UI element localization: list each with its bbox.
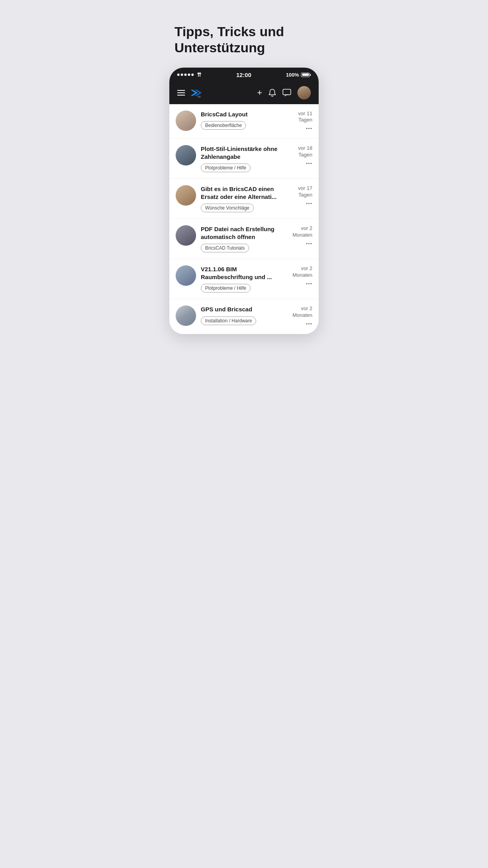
phone-frame: ⇈ 12:00 100%: [169, 68, 319, 335]
header-right: +: [257, 86, 311, 99]
status-bar: ⇈ 12:00 100%: [169, 68, 319, 81]
item-content: PDF Datei nach Erstellung automatisch öf…: [201, 225, 284, 252]
item-meta: vor 11Tagen ···: [289, 110, 312, 132]
item-time: vor 2Monaten: [292, 225, 312, 239]
signal-dot-1: [177, 74, 180, 76]
item-avatar: [176, 110, 196, 131]
item-title: Plott-Stil-Linienstärke ohne Zahlenangab…: [201, 145, 284, 160]
item-tag[interactable]: Installation / Hardware: [201, 316, 256, 325]
item-more-button[interactable]: ···: [306, 200, 312, 207]
signal-dot-4: [188, 74, 190, 76]
item-avatar: [176, 265, 196, 286]
item-tag[interactable]: Plotprobleme / Hilfe: [201, 164, 251, 172]
add-button[interactable]: +: [257, 88, 262, 98]
app-header: DE +: [169, 81, 319, 104]
item-title: V21.1.06 BIM Raumbeschriftung und ...: [201, 265, 284, 281]
item-tag[interactable]: Wünsche Vorschläge: [201, 204, 254, 212]
item-title: GPS und Bricscad: [201, 305, 284, 313]
battery-percent: 100%: [286, 72, 299, 78]
item-tag[interactable]: Bedienoberfläche: [201, 121, 246, 130]
status-time: 12:00: [236, 72, 251, 78]
signal-dot-5: [191, 74, 194, 76]
item-avatar: [176, 225, 196, 246]
item-tag[interactable]: Plotprobleme / Hilfe: [201, 284, 251, 292]
item-time: vor 2Monaten: [292, 265, 312, 279]
item-meta: vor 2Monaten ···: [289, 265, 312, 287]
page-wrapper: Tipps, Tricks und Unterstützung ⇈ 12:00 …: [163, 8, 325, 346]
list-item[interactable]: V21.1.06 BIM Raumbeschriftung und ... Pl…: [169, 259, 319, 299]
cad-logo: DE: [191, 87, 205, 98]
item-avatar: [176, 145, 196, 166]
bell-icon: [268, 88, 276, 97]
signal-dots: [177, 74, 194, 76]
chat-button[interactable]: [283, 89, 291, 97]
svg-text:DE: DE: [198, 96, 201, 98]
item-avatar: [176, 305, 196, 326]
chat-icon: [283, 89, 291, 97]
item-title: PDF Datei nach Erstellung automatisch öf…: [201, 225, 284, 241]
hamburger-line-1: [177, 90, 185, 91]
avatar-inner: [297, 86, 311, 99]
item-more-button[interactable]: ···: [306, 280, 312, 287]
list-item[interactable]: GPS und Bricscad Installation / Hardware…: [169, 299, 319, 334]
wifi-icon: ⇈: [197, 72, 202, 78]
user-avatar[interactable]: [297, 86, 311, 99]
logo-container: DE: [191, 87, 205, 98]
battery-fill: [302, 74, 309, 76]
notification-button[interactable]: [268, 88, 276, 97]
item-time: vor 17Tagen: [298, 185, 312, 199]
list-item[interactable]: PDF Datei nach Erstellung automatisch öf…: [169, 219, 319, 259]
item-content: Plott-Stil-Linienstärke ohne Zahlenangab…: [201, 145, 284, 172]
item-time: vor 18Tagen: [298, 145, 312, 158]
item-content: BricsCad Layout Bedienoberfläche: [201, 110, 284, 130]
hamburger-icon[interactable]: [177, 90, 185, 96]
item-meta: vor 2Monaten ···: [289, 225, 312, 247]
battery-body: [301, 73, 310, 77]
status-right: 100%: [286, 72, 311, 78]
item-more-button[interactable]: ···: [306, 240, 312, 247]
item-more-button[interactable]: ···: [306, 125, 312, 132]
item-time: vor 11Tagen: [298, 110, 312, 124]
battery-icon: [301, 73, 311, 77]
item-tag[interactable]: BricsCAD Tutorials: [201, 244, 249, 252]
item-content: V21.1.06 BIM Raumbeschriftung und ... Pl…: [201, 265, 284, 292]
signal-dot-2: [181, 74, 183, 76]
item-avatar: [176, 185, 196, 206]
item-content: GPS und Bricscad Installation / Hardware: [201, 305, 284, 325]
item-meta: vor 17Tagen ···: [289, 185, 312, 207]
item-title: BricsCad Layout: [201, 110, 284, 118]
item-more-button[interactable]: ···: [306, 320, 312, 327]
item-meta: vor 2Monaten ···: [289, 305, 312, 327]
list-item[interactable]: BricsCad Layout Bedienoberfläche vor 11T…: [169, 104, 319, 139]
item-time: vor 2Monaten: [292, 305, 312, 319]
status-left: ⇈: [177, 72, 202, 78]
item-title: Gibt es in BricsCAD einen Ersatz oder ei…: [201, 185, 284, 200]
page-title: Tipps, Tricks und Unterstützung: [163, 20, 325, 68]
signal-dot-3: [184, 74, 187, 76]
item-more-button[interactable]: ···: [306, 160, 312, 167]
list-item[interactable]: Plott-Stil-Linienstärke ohne Zahlenangab…: [169, 139, 319, 179]
svg-rect-3: [283, 89, 291, 95]
list-item[interactable]: Gibt es in BricsCAD einen Ersatz oder ei…: [169, 179, 319, 219]
battery-tip: [310, 74, 311, 76]
content-list: BricsCad Layout Bedienoberfläche vor 11T…: [169, 104, 319, 335]
item-content: Gibt es in BricsCAD einen Ersatz oder ei…: [201, 185, 284, 212]
hamburger-line-3: [177, 95, 185, 96]
header-left: DE: [177, 87, 205, 98]
item-meta: vor 18Tagen ···: [289, 145, 312, 167]
hamburger-line-2: [177, 92, 185, 93]
